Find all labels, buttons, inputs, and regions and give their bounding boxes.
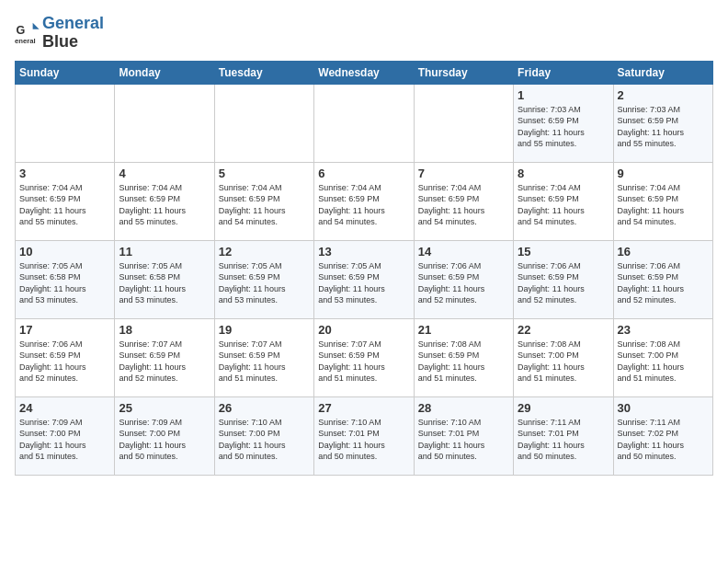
calendar-cell: 8Sunrise: 7:04 AM Sunset: 6:59 PM Daylig… <box>514 162 613 240</box>
day-number: 24 <box>19 401 110 415</box>
day-number: 30 <box>618 401 709 415</box>
day-number: 16 <box>618 245 709 259</box>
calendar-cell: 15Sunrise: 7:06 AM Sunset: 6:59 PM Dayli… <box>514 240 613 318</box>
cell-info: Sunrise: 7:04 AM Sunset: 6:59 PM Dayligh… <box>119 182 210 228</box>
svg-text:G: G <box>16 24 25 37</box>
cell-info: Sunrise: 7:08 AM Sunset: 7:00 PM Dayligh… <box>518 339 609 385</box>
calendar-cell: 13Sunrise: 7:05 AM Sunset: 6:59 PM Dayli… <box>314 240 414 318</box>
cell-info: Sunrise: 7:09 AM Sunset: 7:00 PM Dayligh… <box>19 417 110 463</box>
calendar-cell: 24Sunrise: 7:09 AM Sunset: 7:00 PM Dayli… <box>16 396 115 475</box>
calendar-cell: 20Sunrise: 7:07 AM Sunset: 6:59 PM Dayli… <box>314 318 414 396</box>
calendar-cell: 26Sunrise: 7:10 AM Sunset: 7:00 PM Dayli… <box>214 396 313 475</box>
cell-info: Sunrise: 7:04 AM Sunset: 6:59 PM Dayligh… <box>618 182 709 228</box>
cell-info: Sunrise: 7:05 AM Sunset: 6:59 PM Dayligh… <box>219 260 310 306</box>
calendar-cell: 5Sunrise: 7:04 AM Sunset: 6:59 PM Daylig… <box>214 162 313 240</box>
calendar-cell: 29Sunrise: 7:11 AM Sunset: 7:01 PM Dayli… <box>514 396 613 475</box>
header-wednesday: Wednesday <box>314 61 414 84</box>
calendar-cell: 14Sunrise: 7:06 AM Sunset: 6:59 PM Dayli… <box>414 240 513 318</box>
calendar-cell: 28Sunrise: 7:10 AM Sunset: 7:01 PM Dayli… <box>414 396 513 475</box>
calendar-cell: 4Sunrise: 7:04 AM Sunset: 6:59 PM Daylig… <box>115 162 214 240</box>
day-number: 2 <box>618 88 709 102</box>
cell-info: Sunrise: 7:03 AM Sunset: 6:59 PM Dayligh… <box>518 104 609 150</box>
calendar-cell <box>16 84 115 162</box>
cell-info: Sunrise: 7:07 AM Sunset: 6:59 PM Dayligh… <box>119 339 210 385</box>
header-sunday: Sunday <box>16 61 115 84</box>
calendar-cell: 1Sunrise: 7:03 AM Sunset: 6:59 PM Daylig… <box>514 84 613 162</box>
day-number: 23 <box>618 323 709 337</box>
cell-info: Sunrise: 7:08 AM Sunset: 6:59 PM Dayligh… <box>418 339 509 385</box>
day-number: 18 <box>119 323 210 337</box>
calendar-cell <box>414 84 513 162</box>
day-number: 8 <box>518 167 609 180</box>
header-tuesday: Tuesday <box>214 61 313 84</box>
cell-info: Sunrise: 7:06 AM Sunset: 6:59 PM Dayligh… <box>418 260 509 306</box>
day-number: 25 <box>119 401 210 415</box>
calendar-cell: 2Sunrise: 7:03 AM Sunset: 6:59 PM Daylig… <box>613 84 712 162</box>
header-saturday: Saturday <box>613 61 712 84</box>
day-number: 7 <box>418 167 509 180</box>
calendar-cell: 16Sunrise: 7:06 AM Sunset: 6:59 PM Dayli… <box>613 240 712 318</box>
logo-icon: G eneral <box>15 20 40 46</box>
day-number: 13 <box>318 245 409 259</box>
calendar-cell: 25Sunrise: 7:09 AM Sunset: 7:00 PM Dayli… <box>115 396 214 475</box>
calendar-header-row: SundayMondayTuesdayWednesdayThursdayFrid… <box>16 61 713 84</box>
cell-info: Sunrise: 7:05 AM Sunset: 6:58 PM Dayligh… <box>119 260 210 306</box>
cell-info: Sunrise: 7:05 AM Sunset: 6:59 PM Dayligh… <box>318 260 409 306</box>
day-number: 22 <box>518 323 609 337</box>
cell-info: Sunrise: 7:07 AM Sunset: 6:59 PM Dayligh… <box>219 339 310 385</box>
cell-info: Sunrise: 7:10 AM Sunset: 7:00 PM Dayligh… <box>219 417 310 463</box>
day-number: 4 <box>119 167 210 180</box>
logo: G eneral GeneralBlue <box>15 15 104 52</box>
cell-info: Sunrise: 7:05 AM Sunset: 6:58 PM Dayligh… <box>19 260 110 306</box>
header-thursday: Thursday <box>414 61 513 84</box>
day-number: 28 <box>418 401 509 415</box>
day-number: 19 <box>219 323 310 337</box>
calendar-week-5: 24Sunrise: 7:09 AM Sunset: 7:00 PM Dayli… <box>16 396 713 475</box>
calendar-cell: 6Sunrise: 7:04 AM Sunset: 6:59 PM Daylig… <box>314 162 414 240</box>
day-number: 3 <box>19 167 110 180</box>
day-number: 10 <box>19 245 110 259</box>
cell-info: Sunrise: 7:04 AM Sunset: 6:59 PM Dayligh… <box>318 182 409 228</box>
day-number: 29 <box>518 401 609 415</box>
cell-info: Sunrise: 7:06 AM Sunset: 6:59 PM Dayligh… <box>19 339 110 385</box>
calendar-cell: 9Sunrise: 7:04 AM Sunset: 6:59 PM Daylig… <box>613 162 712 240</box>
cell-info: Sunrise: 7:08 AM Sunset: 7:00 PM Dayligh… <box>618 339 709 385</box>
logo-text: GeneralBlue <box>42 15 104 52</box>
calendar-cell: 18Sunrise: 7:07 AM Sunset: 6:59 PM Dayli… <box>115 318 214 396</box>
calendar-cell <box>115 84 214 162</box>
cell-info: Sunrise: 7:10 AM Sunset: 7:01 PM Dayligh… <box>318 417 409 463</box>
calendar-week-1: 1Sunrise: 7:03 AM Sunset: 6:59 PM Daylig… <box>16 84 713 162</box>
day-number: 9 <box>618 167 709 180</box>
calendar-cell: 10Sunrise: 7:05 AM Sunset: 6:58 PM Dayli… <box>16 240 115 318</box>
cell-info: Sunrise: 7:04 AM Sunset: 6:59 PM Dayligh… <box>19 182 110 228</box>
calendar-cell: 11Sunrise: 7:05 AM Sunset: 6:58 PM Dayli… <box>115 240 214 318</box>
cell-info: Sunrise: 7:10 AM Sunset: 7:01 PM Dayligh… <box>418 417 509 463</box>
cell-info: Sunrise: 7:09 AM Sunset: 7:00 PM Dayligh… <box>119 417 210 463</box>
calendar-table: SundayMondayTuesdayWednesdayThursdayFrid… <box>15 61 713 476</box>
header-friday: Friday <box>514 61 613 84</box>
day-number: 27 <box>318 401 409 415</box>
calendar-cell: 22Sunrise: 7:08 AM Sunset: 7:00 PM Dayli… <box>514 318 613 396</box>
cell-info: Sunrise: 7:04 AM Sunset: 6:59 PM Dayligh… <box>219 182 310 228</box>
calendar-week-2: 3Sunrise: 7:04 AM Sunset: 6:59 PM Daylig… <box>16 162 713 240</box>
day-number: 1 <box>518 88 609 102</box>
calendar-week-4: 17Sunrise: 7:06 AM Sunset: 6:59 PM Dayli… <box>16 318 713 396</box>
calendar-cell: 12Sunrise: 7:05 AM Sunset: 6:59 PM Dayli… <box>214 240 313 318</box>
calendar-cell <box>314 84 414 162</box>
calendar-cell: 23Sunrise: 7:08 AM Sunset: 7:00 PM Dayli… <box>613 318 712 396</box>
day-number: 15 <box>518 245 609 259</box>
page-header: G eneral GeneralBlue <box>15 15 713 52</box>
calendar-cell: 3Sunrise: 7:04 AM Sunset: 6:59 PM Daylig… <box>16 162 115 240</box>
cell-info: Sunrise: 7:06 AM Sunset: 6:59 PM Dayligh… <box>518 260 609 306</box>
cell-info: Sunrise: 7:11 AM Sunset: 7:01 PM Dayligh… <box>518 417 609 463</box>
calendar-cell <box>214 84 313 162</box>
header-monday: Monday <box>115 61 214 84</box>
calendar-cell: 17Sunrise: 7:06 AM Sunset: 6:59 PM Dayli… <box>16 318 115 396</box>
day-number: 14 <box>418 245 509 259</box>
cell-info: Sunrise: 7:04 AM Sunset: 6:59 PM Dayligh… <box>418 182 509 228</box>
calendar-cell: 21Sunrise: 7:08 AM Sunset: 6:59 PM Dayli… <box>414 318 513 396</box>
cell-info: Sunrise: 7:11 AM Sunset: 7:02 PM Dayligh… <box>618 417 709 463</box>
day-number: 21 <box>418 323 509 337</box>
calendar-week-3: 10Sunrise: 7:05 AM Sunset: 6:58 PM Dayli… <box>16 240 713 318</box>
day-number: 20 <box>318 323 409 337</box>
